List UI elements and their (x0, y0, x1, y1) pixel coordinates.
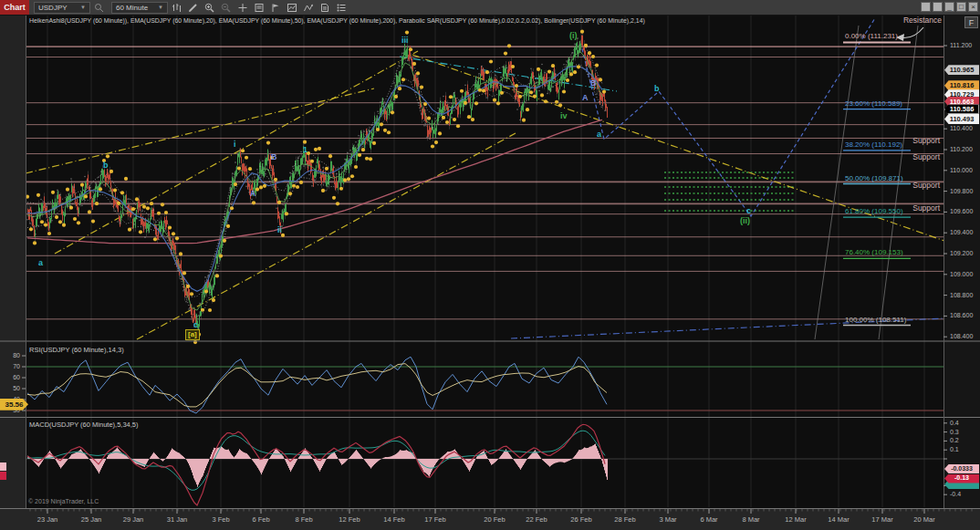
zoom-out-icon[interactable] (218, 1, 234, 14)
instrument-link-icon[interactable] (921, 2, 931, 12)
support-label[interactable]: Support (874, 152, 940, 161)
order-entry-icon[interactable] (251, 1, 266, 14)
rsi-panel-splitter[interactable] (0, 339, 980, 344)
restore-button[interactable]: □ (956, 2, 966, 12)
wave-label[interactable]: A (582, 93, 589, 103)
time-axis[interactable] (0, 509, 980, 530)
chart-window: HeikenAshi8(USDJPY (60 Minute)), EMA(USD… (0, 0, 980, 530)
rsi-marker: 35.56 (0, 399, 28, 410)
fib-label[interactable]: 76.40% (109.153) (845, 248, 903, 257)
fib-label[interactable]: 23.60% (110.589) (845, 99, 902, 109)
wave-label[interactable]: a (597, 130, 601, 140)
macd-panel-splitter[interactable] (0, 415, 980, 420)
price-axis[interactable] (944, 16, 980, 508)
chevron-down-icon: ▼ (158, 5, 163, 10)
wave-label[interactable]: iv (560, 111, 568, 121)
rsi-tick: 50 (2, 385, 20, 392)
support-label[interactable]: Support (874, 136, 940, 145)
wave-label[interactable]: (i) (569, 31, 578, 41)
chart-tab[interactable]: Chart (0, 0, 29, 15)
fib-label[interactable]: 0.00% (111.231) (845, 32, 898, 41)
rsi-tick: 70 (2, 363, 20, 370)
wave-label[interactable]: (ii) (740, 216, 750, 226)
drawing-tools-icon[interactable] (300, 1, 316, 14)
rsi-tick: 80 (2, 352, 20, 359)
wave-label[interactable]: iii (401, 36, 409, 46)
chart-style-icon[interactable] (169, 1, 184, 14)
chart-overlay: HeikenAshi8(USDJPY (60 Minute)), EMA(USD… (0, 0, 980, 530)
wave-label[interactable]: b (103, 161, 109, 171)
support-label[interactable]: Support (874, 181, 940, 190)
wave-label[interactable]: [a] (185, 329, 200, 340)
macd-indicator-label: MACD(USDJPY (60 Minute),5,34,5) (29, 421, 138, 429)
interval-value: 60 Minute (116, 4, 148, 12)
strategies-icon[interactable] (317, 1, 332, 14)
close-button[interactable]: × (968, 2, 978, 12)
wave-label[interactable]: A (250, 189, 256, 199)
instrument-value: USDJPY (38, 4, 68, 12)
rsi-tick: 60 (2, 374, 20, 381)
toolbar: Chart USDJPY ▼ 60 Minute ▼ (0, 0, 980, 15)
wave-label[interactable]: c (746, 206, 751, 216)
instrument-selector[interactable]: USDJPY ▼ (34, 2, 90, 14)
wave-label[interactable]: ii (277, 225, 282, 235)
search-icon[interactable] (91, 1, 107, 14)
data-series-icon[interactable] (333, 1, 349, 14)
chevron-down-icon: ▼ (80, 5, 86, 10)
interval-link-icon[interactable] (933, 2, 943, 12)
copyright-text: © 2019 NinjaTrader, LLC (28, 498, 99, 504)
wave-label[interactable]: a (38, 258, 43, 268)
support-label[interactable]: Support (874, 203, 940, 213)
draw-pencil-icon[interactable] (185, 1, 201, 14)
fib-label[interactable]: 100.00% (108.511) (845, 316, 906, 325)
wave-label[interactable]: B (590, 78, 597, 88)
crosshair-icon[interactable] (235, 1, 250, 14)
resistance-label[interactable]: Resistance (867, 16, 942, 25)
indicators-icon[interactable] (284, 1, 299, 14)
interval-selector[interactable]: 60 Minute ▼ (111, 2, 168, 14)
indicator-label: HeikenAshi8(USDJPY (60 Minute)), EMA(USD… (29, 17, 645, 24)
alert-flag-icon[interactable] (267, 1, 283, 14)
wave-label[interactable]: 1 (303, 145, 308, 155)
zoom-in-icon[interactable] (202, 1, 217, 14)
wave-label[interactable]: b (654, 84, 660, 94)
wave-label[interactable]: B (271, 152, 277, 162)
minimize-button[interactable]: _ (944, 2, 954, 12)
rsi-indicator-label: RSI(USDJPY (60 Minute),14,3) (29, 346, 124, 354)
wave-label[interactable]: i (234, 140, 236, 150)
